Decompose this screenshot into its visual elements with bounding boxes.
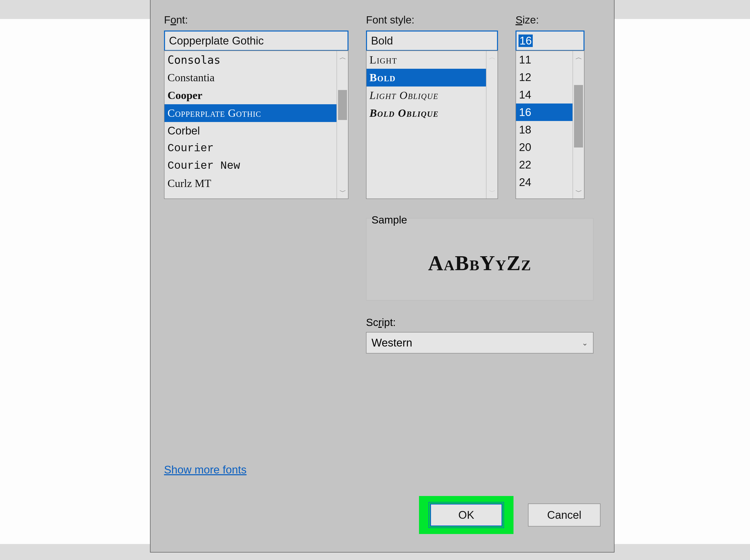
size-listbox[interactable]: 1112141618202224 〈 〉 — [515, 51, 585, 199]
font-list-item[interactable]: Curlz MT — [164, 175, 337, 192]
size-list-item[interactable]: 18 — [516, 121, 572, 139]
chevron-down-icon: ⌄ — [582, 339, 588, 347]
size-list-item[interactable]: 11 — [516, 51, 572, 68]
font-list-item[interactable]: Courier — [164, 140, 337, 157]
font-scrollbar[interactable]: 〈 〉 — [337, 51, 348, 199]
scroll-down-icon[interactable]: 〉 — [486, 187, 498, 198]
font-style-listbox[interactable]: LightBoldLight ObliqueBold Oblique 〈 〉 — [366, 51, 498, 199]
font-list-item[interactable]: Cooper — [164, 86, 337, 104]
scroll-down-icon[interactable]: 〉 — [573, 187, 584, 198]
sample-box: AaBbYyZz — [366, 218, 593, 300]
size-scrollbar[interactable]: 〈 〉 — [572, 51, 584, 199]
style-list-item[interactable]: Bold — [366, 69, 486, 86]
scroll-up-icon[interactable]: 〈 — [337, 51, 348, 62]
font-listbox[interactable]: ConsolasConstantiaCooperCopperplate Goth… — [164, 51, 348, 199]
font-list-item[interactable]: Corbel — [164, 122, 337, 140]
ok-button[interactable]: OK — [430, 503, 503, 526]
size-input-value[interactable]: 16 — [519, 35, 533, 47]
font-style-input-field[interactable] — [371, 35, 493, 47]
script-combobox[interactable]: Western ⌄ — [366, 332, 593, 354]
font-style-label: Font style: — [366, 14, 498, 26]
size-input[interactable]: 16 — [515, 31, 585, 51]
font-style-input[interactable] — [366, 31, 498, 51]
size-list-item[interactable]: 16 — [516, 103, 572, 121]
style-list-item[interactable]: Light Oblique — [366, 86, 486, 104]
size-list-item[interactable]: 24 — [516, 174, 572, 191]
style-scrollbar[interactable]: 〈 〉 — [486, 51, 498, 199]
show-more-fonts-link[interactable]: Show more fonts — [164, 463, 246, 476]
font-label: Font: — [164, 14, 348, 26]
sample-text: AaBbYyZz — [428, 251, 531, 275]
script-value: Western — [371, 337, 412, 349]
size-list-item[interactable]: 14 — [516, 86, 572, 103]
scrollbar-thumb[interactable] — [338, 90, 347, 120]
font-list-item[interactable]: Consolas — [164, 51, 337, 69]
font-list-item[interactable]: Constantia — [164, 69, 337, 86]
size-label: Size: — [515, 14, 585, 26]
scroll-down-icon[interactable]: 〉 — [337, 187, 348, 198]
size-list-item[interactable]: 12 — [516, 68, 572, 86]
scroll-up-icon[interactable]: 〈 — [486, 51, 498, 62]
style-list-item[interactable]: Light — [366, 51, 486, 69]
font-list-item[interactable]: Courier New — [164, 157, 337, 175]
size-list-item[interactable]: 22 — [516, 156, 572, 174]
scroll-up-icon[interactable]: 〈 — [573, 51, 584, 62]
script-label: Script: — [366, 317, 593, 328]
size-list-item[interactable]: 20 — [516, 139, 572, 156]
font-list-item[interactable]: Copperplate Gothic — [164, 104, 337, 122]
cancel-button[interactable]: Cancel — [528, 503, 601, 526]
font-input-field[interactable] — [169, 35, 344, 47]
ok-highlight: OK — [419, 496, 513, 534]
font-input[interactable] — [164, 31, 348, 51]
font-dialog: Font: ConsolasConstantiaCooperCopperplat… — [150, 0, 614, 553]
scrollbar-thumb[interactable] — [574, 85, 583, 147]
style-list-item[interactable]: Bold Oblique — [366, 104, 486, 122]
